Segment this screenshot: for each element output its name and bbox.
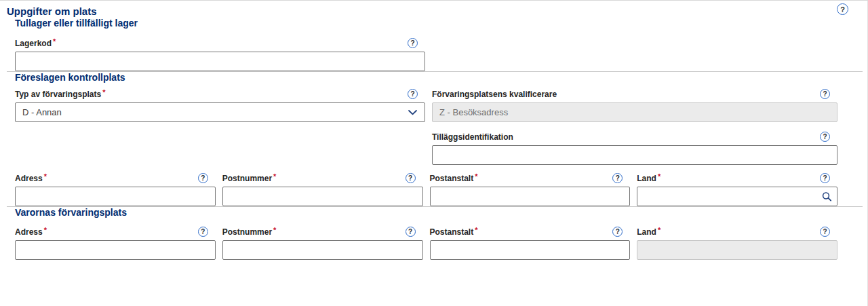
- required-asterisk: *: [273, 172, 276, 180]
- tillaggsidentifikation-field: Tilläggsidentifikation ?: [432, 131, 837, 165]
- postnummer-label: Postnummer*: [222, 174, 277, 183]
- varornas-adress-field: Adress* ?: [15, 226, 216, 260]
- required-asterisk: *: [44, 172, 47, 180]
- postanstalt-help-icon[interactable]: ?: [612, 227, 623, 237]
- required-asterisk: *: [102, 88, 105, 96]
- kontrollplats-postanstalt-field: Postanstalt* ?: [430, 172, 631, 206]
- required-asterisk: *: [273, 226, 276, 234]
- kontrollplats-adress-field: Adress* ?: [15, 172, 216, 206]
- kontrollplats-land-field: Land* ?: [637, 172, 837, 206]
- kontrollplats-land-input[interactable]: [637, 187, 837, 206]
- section-tullager-heading: Tullager eller tillfälligt lager: [15, 18, 837, 29]
- postnummer-help-icon[interactable]: ?: [406, 227, 416, 237]
- kvalificerare-label: Förvaringsplatsens kvalificerare: [432, 90, 557, 99]
- select-value: D - Annan: [22, 107, 62, 117]
- tillaggsidentifikation-label: Tilläggsidentifikation: [432, 132, 513, 142]
- required-asterisk: *: [44, 226, 47, 234]
- adress-label: Adress*: [15, 174, 47, 183]
- kontrollplats-postnummer-field: Postnummer* ?: [222, 172, 423, 206]
- postanstalt-label: Postanstalt*: [430, 227, 478, 237]
- empty-spacer: [15, 131, 425, 165]
- kontrollplats-adress-input[interactable]: [15, 187, 216, 206]
- postnummer-help-icon[interactable]: ?: [406, 173, 416, 183]
- varornas-land-input: [637, 240, 837, 260]
- section-kontrollplats-heading: Föreslagen kontrollplats: [15, 72, 837, 83]
- section-tullager: Tullager eller tillfälligt lager Lagerko…: [15, 18, 837, 71]
- page-help-icon[interactable]: ?: [837, 3, 848, 15]
- kvalificerare-help-icon[interactable]: ?: [820, 89, 830, 99]
- required-asterisk: *: [658, 172, 660, 180]
- required-asterisk: *: [475, 172, 477, 180]
- lagerkod-help-icon[interactable]: ?: [408, 38, 418, 48]
- varornas-postnummer-input[interactable]: [222, 240, 423, 260]
- adress-help-icon[interactable]: ?: [198, 173, 208, 183]
- kvalificerare-input: [432, 102, 837, 122]
- postanstalt-label: Postanstalt*: [430, 174, 478, 183]
- typ-av-forvaringsplats-help-icon[interactable]: ?: [408, 89, 418, 99]
- varornas-postanstalt-field: Postanstalt* ?: [430, 226, 631, 260]
- search-icon[interactable]: [822, 191, 832, 202]
- varornas-postnummer-field: Postnummer* ?: [222, 226, 423, 260]
- section-kontrollplats: Föreslagen kontrollplats Typ av förvarin…: [15, 72, 837, 206]
- lagerkod-field: Lagerkod* ?: [15, 37, 425, 71]
- kontrollplats-postanstalt-input[interactable]: [430, 187, 631, 206]
- typ-av-forvaringsplats-field: Typ av förvaringsplats* ? D - Annan: [15, 88, 425, 122]
- required-asterisk: *: [658, 226, 660, 234]
- varornas-land-field: Land* ?: [637, 226, 837, 260]
- tillaggsidentifikation-input[interactable]: [432, 145, 837, 165]
- adress-label: Adress*: [15, 227, 47, 237]
- typ-av-forvaringsplats-select[interactable]: D - Annan: [15, 102, 425, 122]
- land-help-icon[interactable]: ?: [820, 173, 830, 183]
- land-help-icon[interactable]: ?: [820, 227, 830, 237]
- section-varornas-heading: Varornas förvaringsplats: [15, 207, 837, 218]
- chevron-down-icon: [408, 110, 417, 115]
- required-asterisk: *: [475, 226, 477, 234]
- kontrollplats-postnummer-input[interactable]: [222, 187, 423, 206]
- varornas-postanstalt-input[interactable]: [430, 240, 631, 260]
- land-label: Land*: [637, 227, 660, 237]
- typ-av-forvaringsplats-label: Typ av förvaringsplats*: [15, 90, 105, 99]
- adress-help-icon[interactable]: ?: [198, 227, 208, 237]
- land-label: Land*: [637, 174, 660, 183]
- varornas-adress-input[interactable]: [15, 240, 216, 260]
- lagerkod-input[interactable]: [15, 52, 425, 71]
- page-title: Uppgifter om plats: [7, 5, 868, 18]
- required-asterisk: *: [53, 37, 56, 45]
- lagerkod-label: Lagerkod*: [15, 39, 56, 48]
- postanstalt-help-icon[interactable]: ?: [612, 173, 623, 183]
- section-varornas: Varornas förvaringsplats Adress* ? Postn…: [15, 207, 837, 260]
- kvalificerare-field: Förvaringsplatsens kvalificerare ?: [432, 88, 837, 122]
- postnummer-label: Postnummer*: [222, 227, 277, 237]
- tillaggsidentifikation-help-icon[interactable]: ?: [820, 132, 830, 142]
